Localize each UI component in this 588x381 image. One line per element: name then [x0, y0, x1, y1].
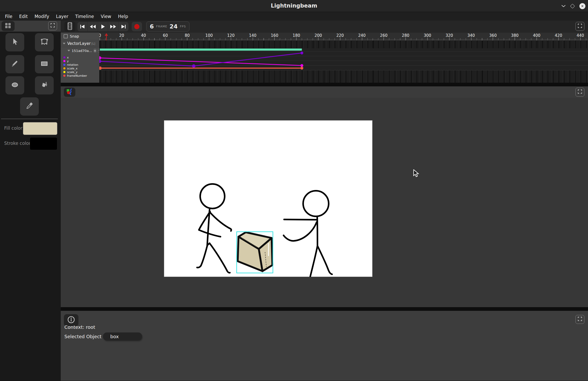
menu-item-layer[interactable]: Layer — [53, 14, 72, 19]
window-controls: ✕ — [561, 0, 585, 12]
window-title: Lightningbeam — [0, 3, 588, 9]
property-color-dot — [63, 56, 65, 58]
property-row-scale_x[interactable]: scale_x — [63, 67, 99, 70]
fps-value: 24 — [170, 23, 178, 30]
skip-to-start-button[interactable] — [77, 22, 87, 31]
layer-name: VectorLayer — [67, 41, 91, 46]
menu-item-modify[interactable]: Modify — [31, 14, 52, 19]
record-button[interactable] — [132, 22, 142, 31]
layer-tag: [L] — [91, 42, 95, 45]
film-strip-button[interactable] — [64, 22, 75, 32]
stroke-color-swatch[interactable] — [30, 137, 57, 150]
tool-panel: Fill color: Stroke color: — [0, 21, 61, 381]
property-color-dot — [63, 75, 65, 77]
ellipse-tool-button[interactable] — [5, 76, 24, 94]
layers-panel: Snap VectorLayer [L] 151ad70a… ~ xyrotat… — [61, 33, 99, 83]
fill-color-label: Fill color: — [4, 126, 24, 131]
snap-checkbox[interactable] — [64, 34, 68, 38]
minimize-icon[interactable] — [561, 5, 566, 7]
property-label: scale_y — [67, 70, 77, 74]
track-area[interactable] — [99, 40, 588, 83]
frame-fps-display[interactable]: 6 FRAME 24 FPS — [146, 21, 189, 32]
property-label: frameNumber — [67, 74, 87, 78]
box-object — [238, 232, 272, 271]
snap-row: Snap — [61, 33, 99, 40]
selected-object-input[interactable]: box — [103, 332, 142, 341]
canvas-panel — [61, 86, 588, 307]
play-button[interactable] — [98, 22, 108, 31]
menu-item-timeline[interactable]: Timeline — [72, 14, 97, 19]
chevron-down-icon[interactable] — [63, 43, 65, 44]
layer-row[interactable]: VectorLayer [L] — [61, 40, 99, 47]
canvas-shapes-button[interactable] — [64, 88, 75, 97]
sublayer-name: 151ad70a… — [72, 49, 92, 53]
select-tool-button[interactable] — [5, 33, 24, 51]
menu-item-file[interactable]: File — [2, 14, 16, 19]
property-row-scale_y[interactable]: scale_y — [63, 70, 99, 74]
fill-color-swatch[interactable] — [23, 122, 57, 135]
menu-bar: FileEditModifyLayerTimelineViewHelp — [0, 12, 588, 21]
sublayer-row[interactable]: 151ad70a… ~ — [61, 47, 99, 54]
rewind-button[interactable] — [87, 22, 97, 31]
keyframe-marker — [301, 64, 303, 67]
stick-figure-right — [284, 191, 332, 277]
keyframe-marker — [99, 56, 102, 59]
stage-canvas[interactable] — [164, 120, 372, 277]
property-color-dot — [63, 64, 65, 66]
keyframe-marker — [301, 52, 303, 55]
film-strip-icon — [67, 22, 73, 31]
property-row-y[interactable]: y — [63, 59, 99, 63]
panel-grid-button[interactable] — [2, 21, 15, 31]
property-row-rotation[interactable]: rotation — [63, 63, 99, 67]
keyframe-marker — [192, 64, 195, 68]
menu-item-view[interactable]: View — [97, 14, 114, 19]
transport-bar: 6 FRAME 24 FPS — [61, 21, 588, 33]
maximize-icon[interactable] — [570, 4, 575, 8]
keyframe-marker — [301, 67, 303, 70]
rectangle-tool-button[interactable] — [35, 55, 54, 73]
close-icon[interactable]: ✕ — [579, 3, 585, 9]
canvas-expand-button[interactable] — [575, 88, 584, 97]
fullscreen-icon — [578, 24, 582, 29]
menu-item-help[interactable]: Help — [115, 14, 132, 19]
paint-bucket-tool-button[interactable] — [35, 76, 54, 94]
title-bar: Lightningbeam ✕ — [0, 0, 588, 12]
stick-figure-left — [197, 184, 231, 273]
frame-unit-label: FRAME — [156, 25, 167, 28]
keyframe-marker — [99, 60, 102, 63]
playhead-marker[interactable] — [105, 33, 108, 40]
ruler-ticks-major — [99, 37, 588, 40]
property-label: y — [67, 59, 69, 63]
fast-forward-button[interactable] — [108, 22, 118, 31]
property-label: x — [67, 56, 69, 59]
context-text: Context: root — [64, 324, 95, 330]
curves-svg[interactable] — [99, 40, 588, 83]
fps-unit-label: FPS — [180, 25, 186, 28]
snap-label: Snap — [70, 34, 79, 38]
timeline-ruler[interactable]: 0204060801001201401601802002202402602803… — [99, 33, 588, 40]
info-icon — [67, 316, 75, 325]
property-row-frameNumber[interactable]: frameNumber — [63, 74, 99, 78]
sublayer-visibility-button[interactable] — [94, 49, 96, 52]
chevron-down-icon[interactable] — [68, 50, 70, 51]
record-icon — [134, 24, 139, 29]
timeline-expand-button[interactable] — [575, 22, 584, 31]
rectangle-icon — [40, 60, 49, 68]
status-expand-button[interactable] — [575, 315, 584, 324]
keyframe-marker — [99, 67, 101, 70]
pencil-icon — [10, 59, 19, 69]
ellipse-icon — [10, 81, 19, 90]
property-row-x[interactable]: x — [63, 56, 99, 59]
tool-panel-expand-button[interactable] — [48, 21, 57, 30]
stroke-color-label: Stroke color: — [4, 141, 32, 146]
menu-item-edit[interactable]: Edit — [16, 14, 31, 19]
transport-buttons — [77, 22, 128, 31]
timeline-panel: 6 FRAME 24 FPS Snap — [61, 21, 588, 83]
eyedropper-tool-button[interactable] — [20, 97, 39, 116]
pencil-tool-button[interactable] — [5, 55, 24, 73]
cursor-icon — [10, 37, 19, 47]
canvas-panel-header — [61, 86, 588, 98]
property-label: scale_x — [67, 67, 77, 70]
skip-to-end-button[interactable] — [118, 22, 128, 31]
transform-tool-button[interactable] — [35, 33, 54, 51]
